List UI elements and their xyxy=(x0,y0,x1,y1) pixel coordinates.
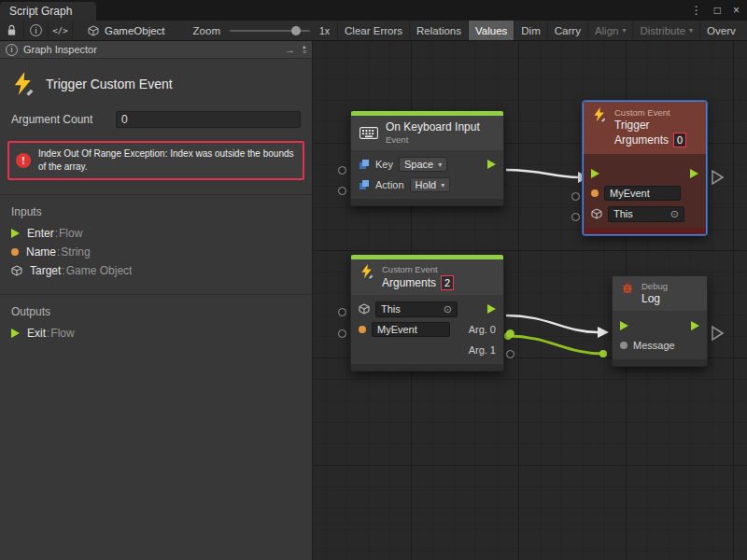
input-pin-enter: Enter:Flow xyxy=(0,224,312,243)
wire-keyboard-to-trigger xyxy=(506,170,578,177)
action-input-port[interactable] xyxy=(338,187,346,195)
flow-output-port[interactable] xyxy=(690,169,698,178)
target-input-port[interactable] xyxy=(571,213,580,221)
arg1-output-port[interactable] xyxy=(506,350,514,358)
zoom-slider-knob[interactable] xyxy=(291,26,301,35)
argument-count-input[interactable] xyxy=(116,111,301,128)
custom-event-icon xyxy=(11,72,35,96)
node-debug-log[interactable]: Debug Log Message xyxy=(612,275,708,367)
input-pin-target: Target:Game Object xyxy=(0,261,312,280)
event-name-field[interactable]: MyEvent xyxy=(604,186,681,201)
inputs-header: Inputs xyxy=(0,195,312,224)
argument-count-badge: 0 xyxy=(673,133,686,147)
relations-button[interactable]: Relations xyxy=(409,21,468,41)
object-picker-icon[interactable]: ⊙ xyxy=(670,208,679,220)
wire-args-to-debug xyxy=(506,315,598,332)
string-dot-icon xyxy=(591,189,599,197)
node-category: Custom Event xyxy=(614,107,686,119)
scroll-menu-icon[interactable]: ≡ xyxy=(303,49,306,55)
target-dropdown[interactable]: This⊙ xyxy=(608,206,684,222)
object-picker-icon[interactable]: ⊙ xyxy=(444,303,452,315)
tab-script-graph[interactable]: Script Graph xyxy=(0,2,96,21)
flow-output-port[interactable] xyxy=(487,160,496,169)
name-input-port[interactable] xyxy=(571,192,580,201)
carry-button[interactable]: Carry xyxy=(547,21,587,41)
node-subtitle-arguments: Arguments0 xyxy=(614,133,686,147)
close-icon[interactable]: × xyxy=(733,4,740,17)
node-category: Custom Event xyxy=(382,264,454,275)
flow-output-port[interactable] xyxy=(487,304,496,314)
wire-endpoint xyxy=(599,350,607,357)
main-area: i Graph Inspector → ▴ ≡ Trigger Custom E… xyxy=(0,41,747,560)
chevron-down-icon: ▾ xyxy=(441,181,444,189)
unit-title-block: Trigger Custom Event xyxy=(0,59,312,111)
outputs-header: Outputs xyxy=(0,295,312,324)
zoom-value: 1x xyxy=(319,25,330,36)
unity-window: Script Graph ⋮ □ × i </> GameObject Zoom… xyxy=(0,0,747,560)
chevron-down-icon: ▾ xyxy=(438,161,442,169)
arg1-label: Arg. 1 xyxy=(469,344,496,356)
node-title: Trigger xyxy=(614,119,686,133)
graph-toolbar: i </> GameObject Zoom 1x Clear Errors Re… xyxy=(0,21,747,41)
key-label: Key xyxy=(375,159,393,170)
flow-output-port[interactable] xyxy=(691,321,699,330)
graph-inspector-panel: i Graph Inspector → ▴ ≡ Trigger Custom E… xyxy=(0,41,313,560)
target-input-port[interactable] xyxy=(338,308,346,316)
flow-input-port[interactable] xyxy=(591,169,599,178)
target-dropdown[interactable]: This⊙ xyxy=(375,301,458,317)
event-name-field[interactable]: MyEvent xyxy=(372,322,450,337)
key-dropdown[interactable]: Space▾ xyxy=(399,157,447,172)
dock-icon[interactable]: → xyxy=(285,44,295,55)
output-pin-exit: Exit:Flow xyxy=(0,324,312,343)
message-label: Message xyxy=(633,340,675,351)
error-icon: ! xyxy=(16,153,31,168)
cube-icon xyxy=(591,208,602,219)
window-controls: ⋮ □ × xyxy=(691,0,740,21)
action-label: Action xyxy=(375,179,404,190)
dim-button[interactable]: Dim xyxy=(514,21,546,41)
gameobject-selector[interactable]: GameObject xyxy=(88,25,165,36)
node-title: Log xyxy=(641,292,668,306)
clear-errors-button[interactable]: Clear Errors xyxy=(337,21,409,41)
name-input-port[interactable] xyxy=(338,329,346,338)
action-icon xyxy=(359,179,370,190)
argument-count-row: Argument Count xyxy=(0,111,312,128)
flow-input-port[interactable] xyxy=(620,321,628,330)
code-icon[interactable]: </> xyxy=(49,21,73,41)
key-input-port[interactable] xyxy=(338,166,346,175)
chevron-down-icon: ▾ xyxy=(689,26,693,35)
values-button[interactable]: Values xyxy=(468,21,514,41)
info-icon: i xyxy=(6,44,18,56)
node-footer xyxy=(584,228,706,234)
zoom-slider[interactable] xyxy=(230,30,310,32)
lock-icon[interactable] xyxy=(0,21,24,41)
custom-event-icon xyxy=(359,264,374,279)
window-menu-icon[interactable]: ⋮ xyxy=(691,4,702,17)
node-trigger-custom-event[interactable]: Custom Event Trigger Arguments0 MyEvent xyxy=(583,101,707,235)
overview-button[interactable]: Overv xyxy=(699,21,742,41)
panel-scrollbar[interactable]: ▴ ≡ xyxy=(303,44,306,55)
graph-inspector-header: i Graph Inspector → ▴ ≡ xyxy=(0,41,312,59)
keycode-icon xyxy=(359,159,370,170)
action-dropdown[interactable]: Hold▾ xyxy=(410,177,451,192)
node-on-keyboard-input[interactable]: On Keyboard Input Event Key Space▾ Actio… xyxy=(350,110,504,206)
zoom-label: Zoom xyxy=(193,25,220,36)
cube-icon xyxy=(11,265,22,276)
graph-canvas[interactable]: On Keyboard Input Event Key Space▾ Actio… xyxy=(313,41,747,560)
keyboard-icon xyxy=(359,127,378,139)
maximize-icon[interactable]: □ xyxy=(714,4,721,17)
info-icon[interactable]: i xyxy=(24,21,49,41)
string-dot-icon xyxy=(11,248,19,256)
arg0-output-port[interactable] xyxy=(506,329,514,338)
distribute-button[interactable]: Distribute▾ xyxy=(632,21,699,41)
unit-title: Trigger Custom Event xyxy=(46,77,173,91)
arg0-label: Arg. 0 xyxy=(469,324,496,335)
node-footer xyxy=(351,199,503,205)
node-title: On Keyboard Input xyxy=(386,120,480,134)
gameobject-label: GameObject xyxy=(105,25,165,36)
align-button[interactable]: Align▾ xyxy=(587,21,633,41)
node-category: Debug xyxy=(641,281,668,292)
node-custom-event-arguments[interactable]: Custom Event Arguments2 This⊙ MyEvent Ar… xyxy=(350,254,504,371)
input-pin-name: Name:String xyxy=(0,243,312,261)
play-marker-icon xyxy=(712,327,723,340)
